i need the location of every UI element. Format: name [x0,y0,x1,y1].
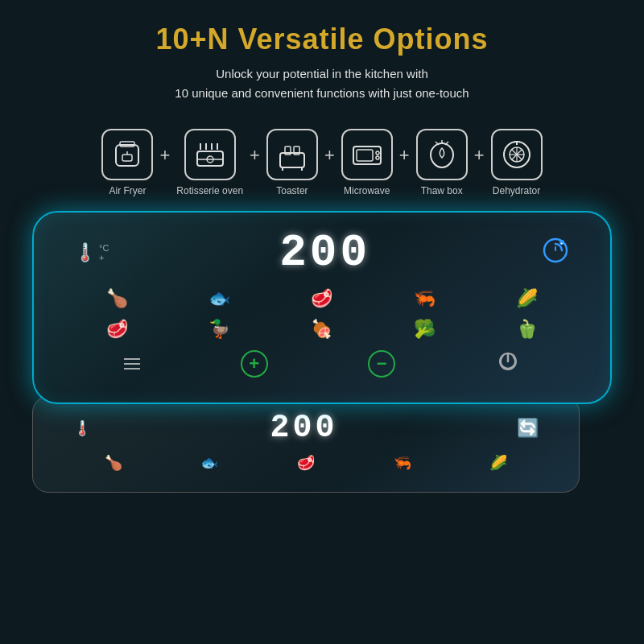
plus-label: + [249,353,259,374]
panel-second-top: 🌡️ 200 🔄 [57,410,555,446]
microwave-label: Microwave [344,185,390,196]
panel2-timer-icon: 🔄 [517,418,539,439]
panel-wrapper: 🌡️ °C+ 200 + 🍗 🐟 🥩 🦐 🌽 [32,211,612,493]
timer-icon: + [541,236,570,270]
food-icons-row1[interactable]: 🍗 🐟 🥩 🦐 🌽 [58,288,586,309]
temp-unit-label: °C+ [99,243,109,262]
svg-point-18 [376,151,379,155]
food-fish[interactable]: 🐟 [208,288,230,309]
toaster-icon-box [266,129,318,180]
panel2-food-5[interactable]: 🌽 [489,454,507,472]
panel2-temp-icon: 🌡️ [73,419,91,437]
rotisserie-label: Rotisserie oven [176,185,243,196]
thermometer-icon: 🌡️ [74,242,96,263]
food-drumstick[interactable]: 🍖 [311,319,332,340]
microwave-svg [349,137,385,172]
toaster-svg [275,137,310,172]
appliance-toaster: Toaster [266,129,318,196]
plus-1: + [159,145,170,166]
svg-rect-0 [116,145,138,166]
menu-icon[interactable] [124,358,140,369]
microwave-icon-box [341,129,393,180]
subtitle-line1: Unlock your potential in the kitchen wit… [216,67,427,80]
svg-point-19 [376,156,379,159]
food-shrimp[interactable]: 🦐 [414,288,436,309]
food-chicken[interactable]: 🍗 [106,288,128,309]
panel2-food-1[interactable]: 🍗 [105,454,122,472]
plus-button[interactable]: + [241,350,268,378]
header-section: 10+N Versatile Options Unlock your poten… [139,0,504,111]
thaw-box-label: Thaw box [421,185,463,196]
appliances-row: Air Fryer + Rotisserie oven + [85,129,558,196]
food-meat[interactable]: 🥩 [311,288,332,309]
appliance-dehydrator: Dehydrator [491,129,543,196]
panel-top-row: 🌡️ °C+ 200 + [58,227,586,279]
appliance-air-fryer: Air Fryer [101,129,153,196]
appliance-rotisserie: Rotisserie oven [176,129,243,196]
svg-rect-17 [357,150,373,161]
appliance-microwave: Microwave [341,129,393,196]
dehydrator-label: Dehydrator [493,185,540,196]
subtitle-line2: 10 unique and convenient functions with … [175,86,469,100]
svg-text:·|·: ·|· [511,353,516,359]
panel2-food-3[interactable]: 🥩 [297,454,315,472]
minus-label: − [377,353,387,374]
svg-rect-2 [122,155,132,161]
air-fryer-icon-box [101,129,153,180]
air-fryer-label: Air Fryer [109,185,146,196]
controls-row: + − ·|· [58,349,586,378]
thaw-box-icon-box [416,129,468,180]
dehydrator-icon-box [491,129,543,180]
dehydrator-svg [499,137,535,172]
subtitle: Unlock your potential in the kitchen wit… [155,64,488,103]
toaster-label: Toaster [276,185,308,196]
digital-display: 200 [279,227,370,279]
panel2-food-2[interactable]: 🐟 [200,454,218,472]
food-duck[interactable]: 🦆 [208,319,230,340]
plus-3: + [324,145,335,166]
panel-second: 🌡️ 200 🔄 🍗 🐟 🥩 🦐 🌽 [32,396,580,493]
plus-4: + [399,145,410,166]
plus-5: + [474,145,485,166]
panel2-food-row: 🍗 🐟 🥩 🦐 🌽 [57,454,555,472]
food-steak[interactable]: 🥩 [106,319,128,340]
main-title: 10+N Versatile Options [155,23,488,56]
svg-rect-4 [197,151,223,166]
svg-text:+: + [560,241,564,246]
minus-button[interactable]: − [368,350,395,378]
panel2-display: 200 [270,410,337,446]
appliance-thaw-box: Thaw box [416,129,468,196]
food-broccoli[interactable]: 🥦 [414,319,436,340]
svg-rect-11 [280,153,304,167]
thaw-box-svg [424,137,460,172]
power-button[interactable]: ·|· [496,349,520,378]
temp-indicator: 🌡️ °C+ [74,242,109,263]
panel2-food-4[interactable]: 🦐 [394,454,411,472]
plus-2: + [250,145,260,166]
food-pepper[interactable]: 🫑 [516,319,538,340]
air-fryer-svg [109,137,145,172]
rotisserie-icon-box [184,129,236,180]
food-corn[interactable]: 🌽 [516,288,538,309]
food-icons-row2[interactable]: 🥩 🦆 🍖 🥦 🫑 [58,319,586,340]
control-panel: 🌡️ °C+ 200 + 🍗 🐟 🥩 🦐 🌽 [32,211,612,404]
rotisserie-svg [192,137,228,172]
